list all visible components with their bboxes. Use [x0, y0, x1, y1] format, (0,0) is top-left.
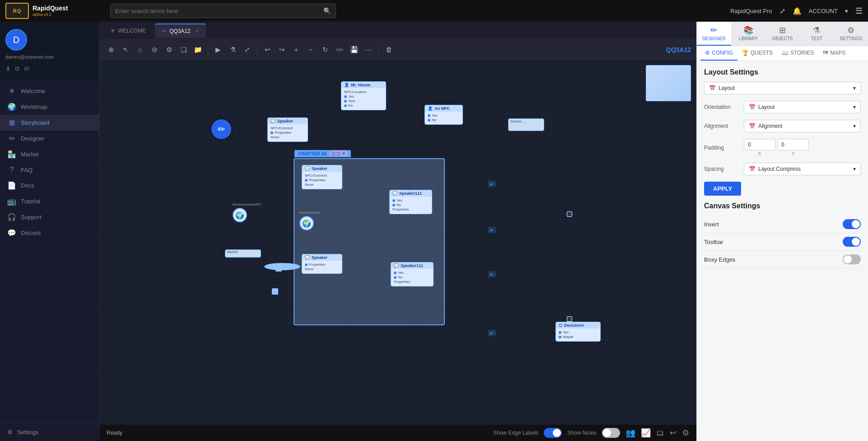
toolbar-dash-btn[interactable]: −: [304, 43, 317, 56]
node-decision-a[interactable]: ⬡ DecisionA Yes Maybe: [555, 322, 601, 342]
spacing-dropdown[interactable]: 📅 Layout Compress ▾: [744, 163, 861, 175]
node-gamestart[interactable]: GameS...: [508, 118, 544, 131]
download-icon[interactable]: ⬇: [5, 65, 11, 72]
alignment-dropdown[interactable]: 📅 Alignment ▾: [744, 120, 861, 132]
config-label: CONFIG: [712, 50, 733, 56]
apply-button[interactable]: APPLY: [704, 182, 741, 196]
undo-icon-bottom[interactable]: ↩: [670, 428, 677, 438]
sidebar-item-discord[interactable]: 💬 Discord: [0, 225, 99, 241]
toolbar-move-btn[interactable]: ⊕: [105, 43, 117, 56]
canvas-content[interactable]: ✏ 👤 Mr. House NPC/Location Yes Test No: [99, 60, 696, 425]
expand-icon[interactable]: ⤢: [779, 7, 785, 15]
node-speaker111-low[interactable]: 💬 Speaker111 Yes No Properties: [391, 262, 434, 286]
node-speaker111-top[interactable]: 💬 Speaker111 Yes No Properties: [389, 190, 432, 214]
sidebar-item-storyboard[interactable]: ⊞ Storyboard: [0, 115, 99, 131]
toolbar-more-btn[interactable]: ⋯: [362, 43, 375, 56]
chevron-down-icon[interactable]: ▾: [845, 8, 848, 14]
tab-welcome[interactable]: ☀ WELCOME: [103, 23, 153, 38]
node-speaker-ch[interactable]: 💬 Speaker NPC/Connect Properties None: [302, 165, 342, 189]
canvas-fab[interactable]: ✏: [211, 119, 231, 139]
layout-dropdown[interactable]: 📅 Layout ▾: [704, 82, 861, 94]
node-an-npc[interactable]: 👤 An NPC Yes No: [425, 105, 463, 125]
node-target-left[interactable]: [264, 263, 300, 270]
hamburger-icon[interactable]: ☰: [855, 6, 863, 16]
panel-tab-library[interactable]: 📚 LIBRARY: [731, 22, 765, 46]
toolbar-code-btn[interactable]: </>: [333, 43, 346, 56]
sidebar-item-designer[interactable]: ✏ Designer: [0, 131, 99, 146]
canvas-connections: [99, 60, 235, 127]
search-bar[interactable]: 🔍: [110, 4, 336, 18]
tabs-bar: ☀ WELCOME ✏ QQ3A12 ✕: [99, 22, 696, 40]
people-icon[interactable]: 👥: [625, 428, 635, 438]
settings-icon-bottom[interactable]: ⚙: [682, 428, 689, 438]
toolbar-play-btn[interactable]: ▶: [212, 43, 224, 56]
logo-text: RQ: [13, 8, 22, 14]
port-right-1: ►: [488, 181, 496, 187]
quests-label: QUESTS: [751, 50, 773, 56]
toolbar-settings-btn[interactable]: ⚙: [163, 43, 175, 56]
edge-labels-toggle[interactable]: [544, 428, 562, 438]
toolbar-beaker-btn[interactable]: ⚗: [226, 43, 239, 56]
orientation-dropdown[interactable]: 📅 Layout ▾: [744, 101, 861, 113]
sidebar-label-worldmap: Worldmap: [21, 103, 47, 110]
search-input[interactable]: [115, 8, 320, 14]
toolbar-undo-btn[interactable]: ↩: [261, 43, 274, 56]
sidebar-item-docs[interactable]: 📄 Docs: [0, 178, 99, 193]
node-speaker-low[interactable]: 💬 Speaker Properties None: [302, 254, 342, 274]
sidebar-item-worldmap[interactable]: 🌍 Worldmap: [0, 99, 99, 115]
sidebar-item-market[interactable]: 🏪 Market: [0, 146, 99, 162]
bottom-bar: Ready Show Edge Labels Show Notes 👥 📈 🗂 …: [99, 425, 696, 441]
sidebar-settings-label: Settings: [17, 429, 38, 436]
toolbar-home-btn[interactable]: ⌂: [134, 43, 146, 56]
toolbar-refresh-btn[interactable]: ↻: [319, 43, 331, 56]
canvas-wrapper[interactable]: ✏ 👤 Mr. House NPC/Location Yes Test No: [99, 60, 696, 425]
sidebar-label-welcome: Welcome: [21, 88, 45, 94]
panel-sub-tab-quests[interactable]: 🏆 QUESTS: [737, 46, 777, 61]
toolbar-redo-btn[interactable]: ↪: [275, 43, 288, 56]
toolbar-pointer-btn[interactable]: ↖: [119, 43, 132, 56]
bell-icon[interactable]: 🔔: [793, 7, 802, 15]
padding-x-input[interactable]: [744, 139, 775, 150]
account-label[interactable]: ACCOUNT: [809, 8, 838, 14]
toolbar-minus-circle-btn[interactable]: ⊖: [148, 43, 161, 56]
invert-toggle[interactable]: [843, 219, 861, 229]
panel-tab-test[interactable]: ⚗ TEST: [799, 22, 834, 46]
settings-icon[interactable]: ⚙: [14, 65, 20, 72]
node-startnn[interactable]: StartNN: [225, 249, 261, 258]
toolbar-expand-btn[interactable]: ⤢: [241, 43, 253, 56]
invert-row: Invert: [704, 216, 861, 233]
panel-sub-tab-config[interactable]: ⚙ CONFIG: [700, 46, 737, 61]
sidebar-item-support[interactable]: 🎧 Support: [0, 209, 99, 225]
layers-icon[interactable]: 🗂: [656, 428, 664, 438]
boxy-edges-toggle[interactable]: [843, 254, 861, 264]
tab-close-btn[interactable]: ✕: [195, 28, 199, 33]
panel-sub-tab-maps[interactable]: 🗺 MAPS: [818, 46, 850, 61]
toolbar-trash-btn[interactable]: 🗑: [383, 43, 395, 56]
chart-icon[interactable]: 📈: [641, 428, 651, 438]
sidebar-item-faq[interactable]: ? FAQ: [0, 162, 99, 178]
mail-icon[interactable]: ✉: [24, 65, 29, 72]
toolbar-toggle[interactable]: [843, 237, 861, 247]
sidebar-item-tutorial[interactable]: 📺 Tutorial: [0, 193, 99, 209]
panel-tab-settings[interactable]: ⚙ SETTINGS: [834, 22, 868, 46]
toggle-knob-edge: [553, 429, 561, 437]
tab-qq3a12[interactable]: ✏ QQ3A12 ✕: [155, 23, 206, 38]
mini-map[interactable]: [646, 65, 691, 101]
pencil-icon: ✏: [7, 134, 16, 143]
node-mr-house[interactable]: 👤 Mr. House NPC/Location Yes Test No: [341, 81, 386, 110]
toolbar-save-btn[interactable]: 💾: [348, 43, 360, 56]
toolbar-folder-btn[interactable]: 📁: [191, 43, 204, 56]
padding-y-input[interactable]: [777, 139, 809, 150]
toolbar-copy-btn[interactable]: ❑: [177, 43, 190, 56]
toolbar-plus-btn[interactable]: +: [290, 43, 303, 56]
node-title-speaker-ch: 💬 Speaker: [302, 165, 342, 172]
sidebar-settings[interactable]: ⚙ Settings: [7, 429, 92, 436]
node-speaker-top[interactable]: 💬 Speaker NPC/Connect Properties None: [267, 117, 308, 142]
panel-sub-tab-stories[interactable]: 📖 STORIES: [777, 46, 818, 61]
x-label: X: [744, 151, 775, 156]
notes-toggle[interactable]: [602, 428, 620, 438]
invert-toggle-knob: [852, 220, 860, 228]
sidebar-item-welcome[interactable]: ☀ Welcome: [0, 83, 99, 99]
panel-tab-objects[interactable]: ⊞ OBJECTS: [765, 22, 800, 46]
panel-tab-designer[interactable]: ✏ DESIGNER: [697, 22, 731, 46]
